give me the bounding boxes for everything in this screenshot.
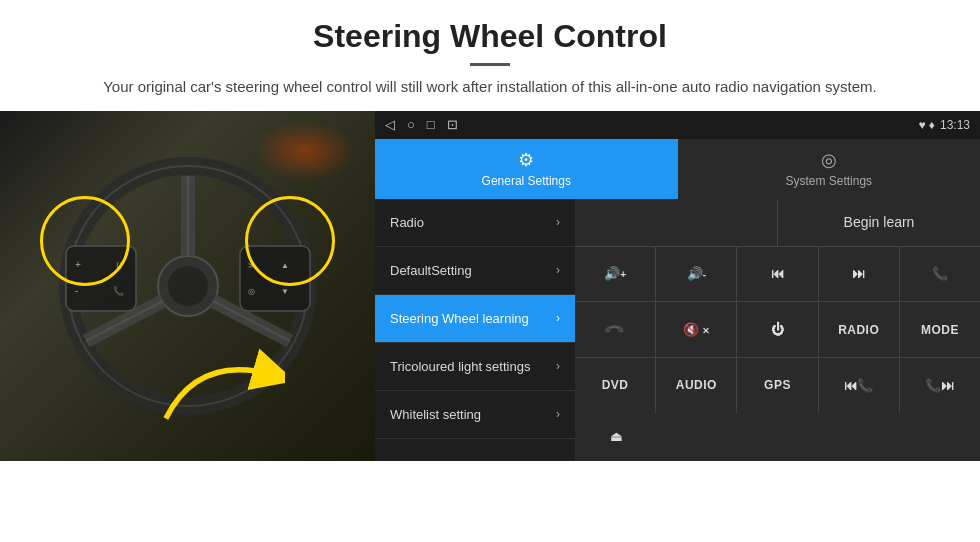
chevron-icon: › [556,215,560,229]
tab-bar: ⚙ General Settings ◎ System Settings [375,139,980,199]
clock: 13:13 [940,118,970,132]
menu-item-whitelist[interactable]: Whitelist setting › [375,391,575,439]
prev-dvd-button[interactable]: ⏮📞 [819,358,900,413]
audio-label: AUDIO [676,378,717,392]
title-divider [470,63,510,66]
controls-row-4: ⏏ [575,413,980,461]
tab-general-label: General Settings [482,174,571,188]
content-area: + ⟨⟨ - 📞 ≫ ▲ ◎ ▼ [0,111,980,461]
status-right: ♥ ♦ 13:13 [918,118,970,132]
chevron-icon: › [556,311,560,325]
dvd-button[interactable]: DVD [575,358,656,413]
menu-item-whitelist-label: Whitelist setting [390,407,556,422]
arrow-indicator [155,341,285,431]
menu-item-radio[interactable]: Radio › [375,199,575,247]
svg-text:📞: 📞 [113,285,125,297]
mute-button[interactable]: 🔇 ✕ [656,302,737,357]
controls-row-1: 🔊+ 🔊- ⏮ ⏭ 📞 [575,247,980,303]
left-menu: Radio › DefaultSetting › Steering Wheel … [375,199,575,461]
controls-row-2: 📞 🔇 ✕ ⏻ RADIO MODE [575,302,980,358]
chevron-icon: › [556,407,560,421]
menu-item-tricoloured[interactable]: Tricoloured light settings › [375,343,575,391]
nav-icons: ◁ ○ □ ⊡ [385,117,458,132]
hang-up-button[interactable]: 📞 [575,302,656,357]
mute-icon: 🔇 ✕ [683,322,710,337]
back-icon: ◁ [385,117,395,132]
begin-learn-button[interactable]: Begin learn [778,199,980,246]
phone-icon: 📞 [932,266,948,281]
menu-item-tricoloured-label: Tricoloured light settings [390,359,556,374]
gps-label: GPS [764,378,791,392]
steering-wheel-image: + ⟨⟨ - 📞 ≫ ▲ ◎ ▼ [0,111,375,461]
menu-item-default-label: DefaultSetting [390,263,556,278]
svg-text:▼: ▼ [281,287,289,296]
power-button[interactable]: ⏻ [737,302,818,357]
next-track-icon: ⏭ [852,266,865,281]
hang-up-icon: 📞 [604,319,626,341]
vol-down-button[interactable]: 🔊- [656,247,737,302]
next-track-button[interactable]: ⏭ [819,247,900,302]
next-dvd-button[interactable]: 📞⏭ [900,358,980,413]
dvd-label: DVD [602,378,629,392]
empty-cell [575,199,778,246]
menu-item-steering-wheel[interactable]: Steering Wheel learning › [375,295,575,343]
svg-text:◎: ◎ [248,287,255,296]
menu-item-default-setting[interactable]: DefaultSetting › [375,247,575,295]
status-bar: ◁ ○ □ ⊡ ♥ ♦ 13:13 [375,111,980,139]
eject-button[interactable]: ⏏ [575,413,656,461]
right-control-panel: Begin learn 🔊+ 🔊- ⏮ [575,199,980,461]
tab-general-settings[interactable]: ⚙ General Settings [375,139,678,199]
menu-item-steering-label: Steering Wheel learning [390,311,556,326]
page-title: Steering Wheel Control [60,18,920,55]
svg-point-3 [168,266,208,306]
tab-system-label: System Settings [785,174,872,188]
chevron-icon: › [556,263,560,277]
menu-icon: ⊡ [447,117,458,132]
prev-track-icon: ⏮ [771,266,784,281]
menu-item-radio-label: Radio [390,215,556,230]
system-icon: ◎ [821,149,837,171]
audio-button[interactable]: AUDIO [656,358,737,413]
begin-learn-row: Begin learn [575,199,980,247]
recents-icon: □ [427,117,435,132]
power-icon: ⏻ [771,322,784,337]
controls-row-3: DVD AUDIO GPS ⏮📞 📞⏭ [575,358,980,413]
android-panel: ◁ ○ □ ⊡ ♥ ♦ 13:13 ⚙ General Settings ◎ S… [375,111,980,461]
prev-dvd-icon: ⏮📞 [844,378,873,393]
subtitle-text: Your original car's steering wheel contr… [60,76,920,99]
signal-icon: ♥ ♦ [918,118,935,132]
home-icon: ○ [407,117,415,132]
prev-track-button[interactable]: ⏮ [737,247,818,302]
highlight-circle-right [245,196,335,286]
header-section: Steering Wheel Control Your original car… [0,0,980,111]
highlight-circle-left [40,196,130,286]
radio-label: RADIO [838,323,879,337]
phone-button[interactable]: 📞 [900,247,980,302]
eject-icon: ⏏ [610,429,622,444]
mode-label: MODE [921,323,959,337]
vol-up-icon: 🔊+ [604,266,626,281]
settings-icon: ⚙ [518,149,534,171]
svg-text:-: - [75,285,78,296]
mode-button[interactable]: MODE [900,302,980,357]
gps-button[interactable]: GPS [737,358,818,413]
chevron-icon: › [556,359,560,373]
panel-body: Radio › DefaultSetting › Steering Wheel … [375,199,980,461]
controls-grid: 🔊+ 🔊- ⏮ ⏭ 📞 [575,247,980,461]
radio-button[interactable]: RADIO [819,302,900,357]
vol-down-icon: 🔊- [687,266,706,281]
vol-up-button[interactable]: 🔊+ [575,247,656,302]
tab-system-settings[interactable]: ◎ System Settings [678,139,981,199]
next-dvd-icon: 📞⏭ [925,378,954,393]
